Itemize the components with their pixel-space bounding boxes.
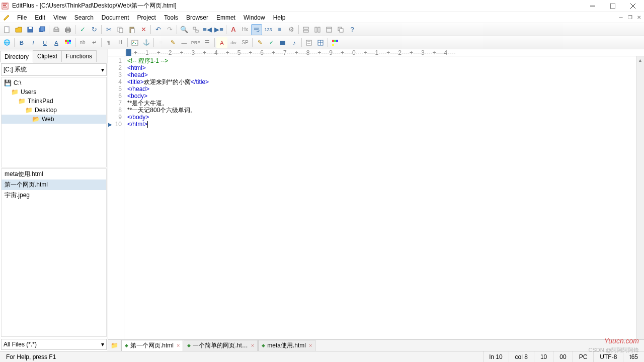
close-tab-icon[interactable]: × [251, 342, 254, 348]
save-all-button[interactable] [36, 24, 47, 35]
menu-browser[interactable]: Browser [182, 13, 212, 22]
tile-horizontal-button[interactable] [300, 24, 311, 35]
indent-left-button[interactable]: ≡◀ [202, 24, 213, 35]
menu-window[interactable]: Window [239, 13, 269, 22]
italic-button[interactable]: I [28, 37, 39, 48]
doc-tab[interactable]: ◆meta使用.html× [258, 340, 315, 351]
ruler-button[interactable]: ▦ [274, 24, 285, 35]
tree-item[interactable]: 📁Desktop [2, 106, 106, 115]
menu-search[interactable]: Search [70, 13, 98, 22]
drive-select[interactable]: [C:] 系统 ▾ [1, 63, 107, 76]
menu-edit[interactable]: Edit [31, 13, 49, 22]
heading-button[interactable]: H [115, 37, 126, 48]
vertical-scrollbar[interactable]: ▲ [636, 56, 644, 339]
mdi-restore-button[interactable]: ❐ [626, 13, 634, 21]
folder-icon[interactable]: 📁 [109, 340, 119, 350]
word-wrap-button[interactable] [251, 24, 262, 35]
window-list-button[interactable] [324, 24, 335, 35]
pre-button[interactable]: PRE [190, 37, 201, 48]
form-button[interactable] [303, 37, 314, 48]
mdi-minimize-button[interactable]: ─ [617, 13, 625, 21]
close-button[interactable] [623, 0, 643, 12]
font-color-button[interactable]: A [51, 37, 62, 48]
color-picker-button[interactable] [62, 37, 73, 48]
break-button[interactable]: ↵ [89, 37, 100, 48]
tab-cliptext[interactable]: Cliptext [33, 50, 62, 62]
file-list[interactable]: meta使用.html 第一个网页.html 宇宙.jpeg [1, 168, 107, 337]
image-button[interactable] [129, 37, 140, 48]
menu-view[interactable]: View [49, 13, 70, 22]
menu-document[interactable]: Document [98, 13, 133, 22]
delete-button[interactable]: ✕ [138, 24, 149, 35]
new-file-button[interactable] [2, 24, 13, 35]
menu-tools[interactable]: Tools [160, 13, 182, 22]
tree-item[interactable]: 📂Web [2, 115, 106, 124]
list-button[interactable]: ☰ [202, 37, 213, 48]
span-button[interactable]: SP [239, 37, 251, 48]
undo-button[interactable]: ↶ [152, 24, 164, 35]
minimize-button[interactable] [583, 0, 603, 12]
file-item[interactable]: meta使用.html [2, 169, 106, 179]
maximize-button[interactable] [603, 0, 623, 12]
char-button[interactable]: A [216, 37, 227, 48]
replace-button[interactable] [190, 24, 201, 35]
script-button[interactable]: ✎ [254, 37, 265, 48]
cascade-button[interactable] [335, 24, 346, 35]
scroll-up-icon[interactable]: ▲ [636, 56, 644, 64]
copy-button[interactable] [115, 24, 126, 35]
folder-tree[interactable]: 💾C:\ 📁Users 📁ThinkPad 📁Desktop 📂Web [1, 77, 107, 167]
help-button[interactable]: ? [347, 24, 358, 35]
indent-right-button[interactable]: ▶≡ [213, 24, 224, 35]
paragraph-button[interactable]: ¶ [103, 37, 114, 48]
folder-icon: 📁 [25, 106, 33, 114]
redo-button[interactable]: ↷ [164, 24, 175, 35]
comment-button[interactable]: — [179, 37, 190, 48]
object-button[interactable] [277, 37, 288, 48]
bold-button[interactable]: B [16, 37, 27, 48]
hr-button[interactable]: ✎ [167, 37, 178, 48]
close-tab-icon[interactable]: × [177, 342, 180, 348]
tree-item[interactable]: 📁ThinkPad [2, 97, 106, 106]
template-button[interactable] [330, 37, 341, 48]
separator [101, 25, 102, 34]
paste-button[interactable] [126, 24, 137, 35]
tab-functions[interactable]: Functions [61, 50, 97, 62]
check-button[interactable]: ✓ [266, 37, 277, 48]
menu-project[interactable]: Project [133, 13, 160, 22]
anchor-button[interactable]: ⚓ [141, 37, 152, 48]
open-file-button[interactable] [13, 24, 24, 35]
spell-check-button[interactable]: ✓ [77, 24, 88, 35]
settings-button[interactable]: ⚙ [286, 24, 297, 35]
tab-directory[interactable]: Directory [0, 51, 33, 62]
file-item[interactable]: 宇宙.jpeg [2, 190, 106, 201]
align-button[interactable]: ≡ [155, 37, 167, 48]
div-button[interactable]: div [228, 37, 239, 48]
hex-button[interactable]: Hx [239, 24, 251, 35]
mdi-close-button[interactable]: ✕ [635, 13, 643, 21]
find-button[interactable]: 🔍 [179, 24, 190, 35]
save-button[interactable] [25, 24, 36, 35]
sound-button[interactable]: ♪ [289, 37, 300, 48]
font-button[interactable]: A [228, 24, 239, 35]
menu-help[interactable]: Help [269, 13, 290, 22]
browser-preview-button[interactable]: 🌐 [2, 37, 13, 48]
cut-button[interactable]: ✂ [103, 24, 114, 35]
tree-item[interactable]: 📁Users [2, 87, 106, 97]
close-tab-icon[interactable]: × [309, 342, 312, 348]
print-preview-button[interactable] [51, 24, 62, 35]
print-button[interactable] [62, 24, 73, 35]
line-number-button[interactable]: 123 [263, 24, 274, 35]
doc-tab[interactable]: ◆第一个网页.html× [121, 340, 183, 351]
table-button[interactable] [315, 37, 326, 48]
underline-button[interactable]: U [39, 37, 50, 48]
code-editor[interactable]: <!-- 程序1-1 --><html><head><title>欢迎来到**的… [124, 56, 644, 339]
tree-item[interactable]: 💾C:\ [2, 78, 106, 87]
menu-emmet[interactable]: Emmet [212, 13, 239, 22]
file-filter-select[interactable]: All Files (*.*) ▾ [1, 339, 107, 350]
menu-file[interactable]: File [13, 13, 31, 22]
refresh-button[interactable]: ↻ [89, 24, 100, 35]
tile-vertical-button[interactable] [312, 24, 323, 35]
file-item[interactable]: 第一个网页.html [2, 179, 106, 190]
doc-tab[interactable]: ◆一个简单的网页.ht…× [184, 340, 258, 351]
nbsp-button[interactable]: nb [77, 37, 88, 48]
